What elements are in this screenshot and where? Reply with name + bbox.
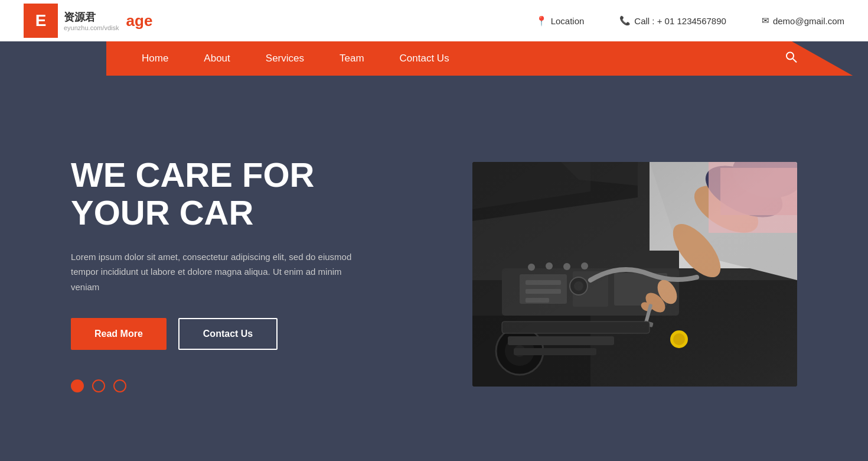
hero-description: Lorem ipsum dolor sit amet, consectetur … (71, 249, 354, 295)
hero-title-line1: WE CARE FOR (71, 156, 354, 194)
hero-buttons: Read More Contact Us (71, 318, 354, 350)
navbar: Home About Services Team Contact Us (0, 41, 868, 76)
nav-item-team[interactable]: Team (340, 53, 364, 64)
email-icon: ✉ (762, 15, 769, 26)
email-label: demo@gmail.com (773, 16, 844, 26)
nav-link-contact[interactable]: Contact Us (400, 53, 449, 64)
nav-links: Home About Services Team Contact Us (142, 53, 449, 64)
nav-link-team[interactable]: Team (340, 53, 364, 64)
search-icon[interactable] (785, 51, 797, 66)
dot-1[interactable] (71, 379, 84, 392)
nav-link-home[interactable]: Home (142, 53, 168, 64)
logo-suffix: age (126, 12, 153, 30)
location-label: Location (551, 16, 585, 26)
topbar-contact: 📍 Location 📞 Call : + 01 1234567890 ✉ de… (536, 15, 844, 27)
hero-section: WE CARE FOR YOUR CAR Lorem ipsum dolor s… (0, 76, 868, 461)
phone-icon: 📞 (619, 15, 631, 26)
logo-chinese: 资源君 (64, 10, 119, 24)
topbar-phone: 📞 Call : + 01 1234567890 (619, 15, 726, 26)
svg-rect-44 (472, 162, 797, 387)
dot-2[interactable] (92, 379, 105, 392)
nav-link-about[interactable]: About (204, 53, 230, 64)
logo-sub: eyunzhu.com/vdisk (64, 24, 119, 31)
logo-area: E 资源君 eyunzhu.com/vdisk age (24, 4, 152, 38)
nav-link-services[interactable]: Services (266, 53, 304, 64)
hero-title-line2: YOUR CAR (71, 194, 354, 232)
dot-3[interactable] (113, 379, 126, 392)
hero-dots (71, 379, 354, 392)
logo-letter: E (35, 11, 47, 30)
nav-item-services[interactable]: Services (266, 53, 304, 64)
hero-image (472, 162, 797, 387)
nav-item-contact[interactable]: Contact Us (400, 53, 449, 64)
logo-text-block: 资源君 eyunzhu.com/vdisk (64, 10, 119, 31)
hero-title: WE CARE FOR YOUR CAR (71, 156, 354, 232)
navbar-bg: Home About Services Team Contact Us (106, 41, 868, 76)
svg-point-0 (787, 53, 794, 60)
phone-label: Call : + 01 1234567890 (634, 16, 726, 26)
read-more-button[interactable]: Read More (71, 318, 167, 350)
nav-item-home[interactable]: Home (142, 53, 168, 64)
hero-left: WE CARE FOR YOUR CAR Lorem ipsum dolor s… (71, 156, 354, 392)
svg-line-1 (793, 59, 797, 63)
nav-item-about[interactable]: About (204, 53, 230, 64)
topbar: E 资源君 eyunzhu.com/vdisk age 📍 Location 📞… (0, 0, 868, 41)
topbar-location: 📍 Location (536, 15, 585, 27)
logo-box: E (24, 4, 58, 38)
location-icon: 📍 (536, 15, 547, 27)
topbar-email: ✉ demo@gmail.com (762, 15, 844, 26)
contact-us-button[interactable]: Contact Us (178, 318, 278, 350)
